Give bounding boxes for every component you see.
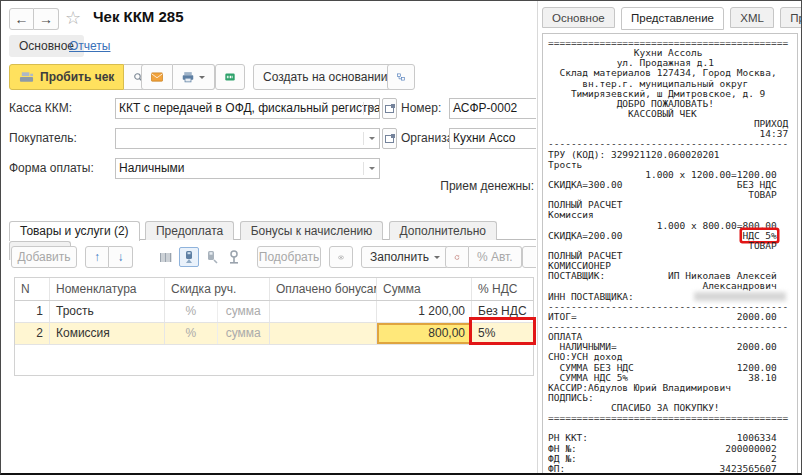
- payment-form-value: Наличными: [119, 161, 185, 175]
- move-up-icon[interactable]: ↑: [85, 246, 109, 268]
- favorite-star-icon[interactable]: ☆: [65, 7, 81, 29]
- buyer-label: Покупатель:: [9, 128, 77, 149]
- tab-km-check[interactable]: Проверка КМ: [780, 7, 802, 28]
- chevron-down-icon[interactable]: [369, 137, 375, 143]
- redacted-inn-value: [694, 292, 786, 301]
- cash-register-icon: [19, 71, 34, 83]
- post-check-label: Пробить чек: [40, 70, 114, 84]
- refresh-icon[interactable]: [445, 246, 469, 268]
- org-input[interactable]: Кухни Ассо: [449, 128, 536, 149]
- tab-goods-services[interactable]: Товары и услуги (2): [9, 221, 140, 241]
- receipt-preview-panel: Основное Представление XML Проверка КМ =…: [537, 1, 802, 474]
- barcode-icon[interactable]: [157, 249, 175, 266]
- table-row-selected[interactable]: 2 Комиссия % сумма 800,00 5%: [15, 323, 533, 345]
- col-discount[interactable]: Скидка руч.: [165, 278, 270, 300]
- col-n[interactable]: N: [15, 278, 50, 300]
- scanner-toolbar: [157, 247, 243, 267]
- print-icon[interactable]: [173, 64, 215, 90]
- eye-icon[interactable]: [329, 246, 353, 268]
- receipt-line: ----------------------------------------…: [548, 322, 792, 332]
- chevron-down-icon[interactable]: [369, 107, 375, 113]
- payment-form-input[interactable]: Наличными: [115, 158, 380, 179]
- cell-vat-annotated[interactable]: 5%: [472, 323, 533, 344]
- cell-n[interactable]: 2: [15, 323, 50, 344]
- discount-sum-placeholder[interactable]: сумма: [217, 323, 270, 344]
- move-down-icon[interactable]: ↓: [109, 246, 133, 268]
- input-divider: [363, 102, 364, 115]
- preview-tabstrip: Основное Представление XML Проверка КМ: [542, 7, 802, 30]
- create-based-on-label: Создать на основании: [263, 70, 388, 84]
- back-arrow-icon[interactable]: ←: [9, 8, 34, 30]
- auto-discount-button[interactable]: % Авт.: [469, 246, 522, 268]
- marking-check-icon[interactable]: [215, 64, 245, 90]
- forward-arrow-icon[interactable]: →: [34, 8, 59, 30]
- cell-paid-bonus[interactable]: [270, 323, 377, 344]
- kassa-open-icon[interactable]: [382, 98, 397, 119]
- items-table: N Номенклатура Скидка руч. Оплачено бону…: [14, 277, 534, 376]
- chevron-down-icon[interactable]: [369, 167, 375, 173]
- cell-vat[interactable]: Без НДС: [472, 301, 533, 322]
- cell-sum-active[interactable]: 800,00: [377, 323, 472, 344]
- kassa-value: ККТ с передачей в ОФД, фискальный регист…: [119, 101, 380, 115]
- kassa-input[interactable]: ККТ с передачей в ОФД, фискальный регист…: [115, 98, 380, 119]
- col-vat[interactable]: % НДС: [472, 278, 533, 300]
- barcode-scanner-icon[interactable]: [179, 247, 199, 267]
- cell-discount[interactable]: % сумма: [165, 301, 270, 322]
- price-checker-icon[interactable]: [225, 248, 243, 266]
- col-nomenclature[interactable]: Номенклатура: [50, 278, 165, 300]
- post-check-button[interactable]: Пробить чек: [9, 64, 124, 90]
- create-based-on-button[interactable]: Создать на основании: [253, 64, 409, 90]
- cell-paid-bonus[interactable]: [270, 301, 377, 322]
- open-window-icon: [385, 105, 394, 113]
- number-label: Номер:: [401, 98, 441, 119]
- tab-prepayment[interactable]: Предоплата: [145, 221, 234, 240]
- tab-additional[interactable]: Дополнительно: [389, 221, 497, 240]
- operation-type-note: Прием денежны:: [331, 179, 534, 193]
- cell-nomenclature[interactable]: Трость: [50, 301, 165, 322]
- receipt-line: ТРУ (КОД): 329921120.060020201: [548, 150, 792, 160]
- discount-sum-placeholder[interactable]: сумма: [217, 301, 270, 322]
- input-divider: [363, 162, 364, 175]
- email-icon[interactable]: [141, 64, 173, 90]
- tab-xml[interactable]: XML: [730, 7, 774, 28]
- cell-n[interactable]: 1: [15, 301, 50, 322]
- fill-button[interactable]: Заполнить: [361, 246, 449, 268]
- org-value: Кухни Ассо: [453, 131, 515, 145]
- tab-bonuses[interactable]: Бонусы к начислению: [240, 221, 384, 240]
- number-input[interactable]: АСФР-0002: [449, 98, 536, 119]
- discount-pct-placeholder[interactable]: %: [165, 301, 217, 322]
- col-paid-bonus[interactable]: Оплачено бонусами: [270, 278, 377, 300]
- chevron-down-icon: [434, 256, 440, 262]
- tab-main[interactable]: Основное: [542, 7, 615, 28]
- number-value: АСФР-0002: [453, 101, 517, 115]
- cell-sum[interactable]: 1 200,00: [377, 301, 472, 322]
- receipt-line: СНО:УСН доход: [548, 352, 792, 362]
- fill-label: Заполнить: [370, 250, 429, 264]
- kassa-label: Касса ККМ:: [9, 98, 72, 119]
- page-title: Чек ККМ 285: [93, 8, 184, 25]
- cell-discount[interactable]: % сумма: [165, 323, 270, 344]
- buyer-open-icon[interactable]: [382, 128, 397, 149]
- more-actions-button[interactable]: [522, 246, 536, 268]
- related-documents-icon[interactable]: [387, 64, 415, 90]
- receipt-line: Александрович: [548, 281, 792, 291]
- table-header-row: N Номенклатура Скидка руч. Оплачено бону…: [15, 278, 533, 301]
- data-terminal-icon[interactable]: [203, 248, 221, 266]
- receipt-text[interactable]: ========================================…: [542, 33, 798, 474]
- table-row[interactable]: 1 Трость % сумма 1 200,00 Без НДС: [15, 301, 533, 323]
- open-window-icon: [385, 135, 394, 143]
- col-sum[interactable]: Сумма: [377, 278, 472, 300]
- tab-view[interactable]: Представление: [621, 7, 724, 30]
- pick-items-button[interactable]: Подобрать: [257, 246, 321, 268]
- add-row-button[interactable]: Добавить: [11, 246, 77, 268]
- receipt-line: ФП: 3423565607: [548, 464, 792, 474]
- input-divider: [363, 132, 364, 145]
- document-form-panel: ← → ☆ Чек ККМ 285 Основное Отчеты Пробит…: [1, 1, 536, 474]
- nav-link-reports[interactable]: Отчеты: [69, 39, 110, 53]
- detail-tabstrip: Товары и услуги (2) Предоплата Бонусы к …: [9, 221, 536, 240]
- buyer-input[interactable]: [115, 128, 380, 149]
- receipt-line: ========================================…: [548, 413, 792, 423]
- discount-pct-placeholder[interactable]: %: [165, 323, 217, 344]
- receipt-line: Комиссия: [548, 210, 792, 220]
- cell-nomenclature[interactable]: Комиссия: [50, 323, 165, 344]
